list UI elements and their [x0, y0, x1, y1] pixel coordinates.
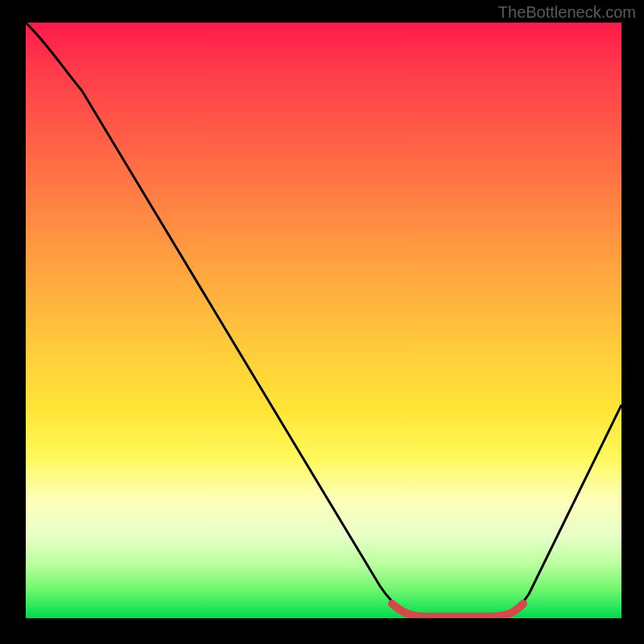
chart-plot-area: [26, 23, 621, 618]
bottleneck-curve: [26, 23, 621, 617]
watermark-text: TheBottleneck.com: [498, 3, 636, 22]
chart-svg: [26, 23, 621, 618]
optimal-zone-marker: [392, 604, 523, 617]
